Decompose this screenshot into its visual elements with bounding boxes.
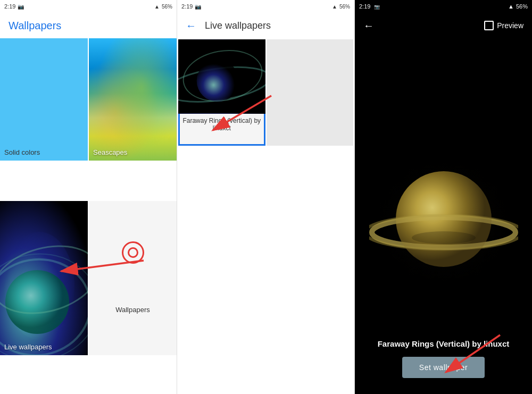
status-icons-2: ▲ 56% [332,4,350,10]
app-header-1: Wallpapers [0,13,177,38]
label-wallpapers: Wallpapers [115,306,150,314]
label-faraway: Faraway Rings (Vertical) by linuxct [178,114,265,135]
grid-item-wallpapers[interactable]: Wallpapers [89,201,177,355]
svg-point-1 [0,244,88,355]
grid-item-solid-colors[interactable]: Solid colors [0,38,88,161]
back-button-2[interactable]: ← [186,20,196,32]
target-icon [122,242,144,263]
wifi-icon-2: ▲ [332,4,337,10]
saturn-small-svg [0,201,88,355]
preview-checkbox[interactable] [484,21,494,30]
live-item-oneplus[interactable]: OnePlus Wallpaper [267,39,354,146]
seascape-image [89,38,177,161]
wallpaper-name-label: Faraway Rings (Vertical) by linuxct [378,339,510,348]
status-time-1: 2:19 📷 [4,3,24,10]
panel-live-wallpapers: 2:19 📷 ▲ 56% ← Live wallpapers [177,0,355,394]
saturn-main-svg [369,126,518,307]
panel-preview: 2:19 📷 ▲ 56% ← Preview [355,0,532,394]
panel3-header: ← Preview [355,13,532,38]
faraway-thumbnail [178,39,265,114]
oneplus-thumbnail [267,39,354,146]
page-title-2: Live wallpapers [205,20,271,31]
battery-2: 56% [339,4,350,10]
faraway-thumb-image [178,39,265,114]
page-title-1: Wallpapers [9,20,61,32]
svg-point-12 [412,231,476,244]
status-bar-2: 2:19 📷 ▲ 56% [177,0,354,13]
back-button-3[interactable]: ← [363,20,374,32]
label-solid-colors: Solid colors [4,148,40,156]
instagram-icon: 📷 [18,4,24,10]
time-1: 2:19 [4,3,15,10]
status-time-3: 2:19 📷 [359,3,380,10]
time-2: 2:19 [181,3,193,10]
faraway-thumb-svg [178,39,265,114]
label-live-wallpapers: Live wallpapers [4,343,52,351]
status-icons-3: ▲ 56% [508,3,528,10]
time-3: 2:19 [359,3,370,10]
svg-point-0 [0,251,88,355]
status-bar-1: 2:19 📷 ▲ 56% [0,0,177,13]
wallpaper-grid: Solid colors Seascapes [0,38,177,394]
instagram-icon-2: 📷 [195,4,201,10]
grid-item-seascapes[interactable]: Seascapes [89,38,177,161]
panel3-bottom: Faraway Rings (Vertical) by linuxct Set … [355,329,532,394]
label-seascapes: Seascapes [93,148,127,156]
battery-1: 56% [162,4,172,10]
instagram-icon-3: 📷 [374,4,380,10]
preview-label: Preview [497,21,523,30]
battery-3: 56% [516,3,528,10]
set-wallpaper-button[interactable]: Set wallpaper [402,357,485,378]
nav-header-2: ← Live wallpapers [177,13,354,38]
status-time-2: 2:19 📷 [181,3,201,10]
grid-item-live-wallpapers[interactable]: Live wallpapers [0,201,88,355]
preview-area[interactable]: Preview [484,21,523,30]
status-icons-1: ▲ 56% [154,4,172,10]
status-bar-3: 2:19 📷 ▲ 56% [355,0,532,13]
svg-point-2 [5,270,69,334]
svg-point-5 [197,60,239,102]
wifi-icon-3: ▲ [508,3,514,10]
live-item-faraway[interactable]: Faraway Rings (Vertical) by linuxct [178,39,265,146]
wifi-icon: ▲ [154,4,160,10]
live-wallpaper-grid: Faraway Rings (Vertical) by linuxct OneP… [177,38,354,147]
panel-wallpapers: 2:19 📷 ▲ 56% Wallpapers Solid colors Sea… [0,0,177,394]
live-wallpaper-thumbnail [0,201,88,355]
